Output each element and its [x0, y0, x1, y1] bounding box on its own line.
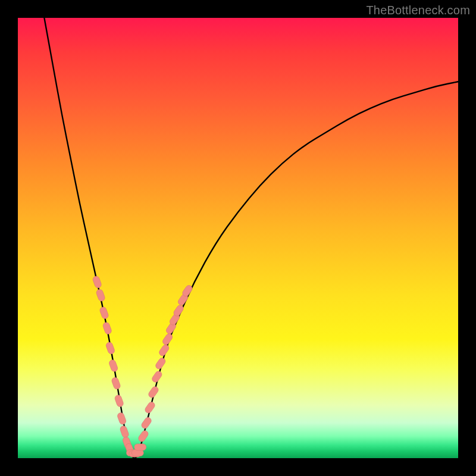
data-marker: [155, 357, 167, 371]
data-marker: [120, 425, 130, 439]
data-marker: [96, 289, 106, 302]
data-marker: [117, 412, 127, 425]
data-marker: [92, 275, 102, 289]
data-marker: [140, 416, 152, 430]
marker-layer: [92, 275, 194, 457]
data-marker: [111, 377, 121, 390]
chart-frame: TheBottleneck.com: [0, 0, 476, 476]
data-marker: [144, 401, 156, 415]
curve-layer: [44, 18, 458, 458]
data-marker: [158, 343, 170, 357]
data-marker: [114, 394, 124, 408]
data-marker: [137, 430, 149, 443]
bottleneck-curve: [44, 18, 458, 458]
data-marker: [148, 386, 159, 399]
watermark-text: TheBottleneck.com: [366, 4, 470, 17]
data-marker: [102, 321, 112, 335]
data-marker: [151, 370, 163, 384]
data-marker: [99, 306, 109, 320]
data-marker: [134, 444, 146, 450]
data-marker: [108, 359, 118, 372]
data-marker: [105, 342, 115, 355]
chart-svg: [18, 18, 458, 458]
